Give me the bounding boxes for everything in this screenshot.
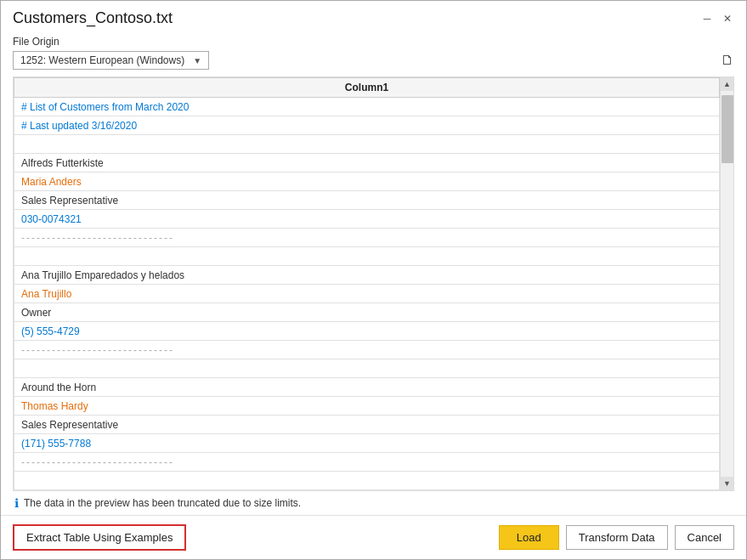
vertical-scrollbar[interactable]: ▲ ▼	[720, 77, 733, 490]
table-row: Alfreds Futterkiste	[14, 154, 720, 173]
table-cell	[14, 359, 720, 378]
table-cell: Sales Representative	[14, 191, 720, 210]
table-cell: Sales Representative	[14, 416, 720, 434]
table-row: 030-0074321	[14, 210, 720, 229]
scroll-down-button[interactable]: ▼	[721, 477, 734, 490]
table-cell: 030-0074321	[14, 210, 720, 229]
table-row: (171) 555-7788	[14, 434, 720, 453]
table-row: Maria Anders	[14, 173, 720, 191]
info-icon: ℹ	[14, 496, 19, 510]
dialog-window: Customers_Contoso.txt ─ ✕ File Origin 12…	[0, 0, 747, 560]
title-bar: Customers_Contoso.txt ─ ✕	[1, 1, 746, 32]
table-cell: Alfreds Futterkiste	[14, 154, 720, 173]
table-row: ------------------------------	[14, 341, 720, 359]
table-row: Sales Representative	[14, 416, 720, 434]
info-text: The data in the preview has been truncat…	[24, 497, 301, 509]
file-icon: 🗋	[721, 53, 734, 68]
table-row: # Last updated 3/16/2020	[14, 116, 720, 135]
table-row	[14, 247, 720, 266]
info-bar: ℹ The data in the preview has been trunc…	[13, 491, 734, 515]
table-cell: ------------------------------	[14, 453, 720, 472]
table-cell: (5) 555-4729	[14, 322, 720, 341]
close-button[interactable]: ✕	[721, 12, 734, 25]
transform-data-button[interactable]: Transform Data	[566, 525, 668, 550]
table-row: Sales Representative	[14, 191, 720, 210]
scroll-thumb[interactable]	[722, 95, 733, 163]
table-cell	[14, 135, 720, 154]
file-origin-row: 1252: Western European (Windows) ▼ 🗋	[13, 51, 734, 70]
table-row: Thomas Hardy	[14, 397, 720, 416]
table-row: Blauer See Delikatessen	[14, 490, 720, 491]
data-table: Column1 # List of Customers from March 2…	[14, 77, 720, 490]
scroll-track	[721, 91, 733, 477]
footer: Extract Table Using Examples Load Transf…	[1, 515, 746, 559]
table-cell: Ana Trujillo Emparedados y helados	[14, 266, 720, 285]
window-controls: ─ ✕	[700, 12, 734, 25]
extract-table-button[interactable]: Extract Table Using Examples	[13, 524, 186, 551]
cancel-button[interactable]: Cancel	[675, 525, 734, 550]
table-row: ------------------------------	[14, 453, 720, 472]
table-cell	[14, 472, 720, 490]
load-button[interactable]: Load	[499, 525, 559, 550]
table-row: Ana Trujillo	[14, 285, 720, 303]
file-origin-select[interactable]: 1252: Western European (Windows) ▼	[13, 51, 209, 70]
file-origin-label: File Origin	[13, 36, 734, 48]
table-row: (5) 555-4729	[14, 322, 720, 341]
table-cell: Maria Anders	[14, 173, 720, 191]
table-row: ------------------------------	[14, 229, 720, 247]
file-origin-value: 1252: Western European (Windows)	[20, 54, 184, 66]
footer-right: Load Transform Data Cancel	[499, 525, 734, 550]
table-wrapper[interactable]: Column1 # List of Customers from March 2…	[14, 77, 720, 490]
dropdown-arrow-icon: ▼	[193, 56, 201, 65]
table-row: Around the Horn	[14, 378, 720, 397]
content-area: File Origin 1252: Western European (Wind…	[1, 32, 746, 515]
scroll-up-button[interactable]: ▲	[721, 77, 734, 91]
table-cell: Thomas Hardy	[14, 397, 720, 416]
table-row	[14, 359, 720, 378]
table-cell: Owner	[14, 303, 720, 322]
table-cell: Around the Horn	[14, 378, 720, 397]
table-cell: ------------------------------	[14, 341, 720, 359]
table-row	[14, 135, 720, 154]
footer-left: Extract Table Using Examples	[13, 524, 186, 551]
minimize-button[interactable]: ─	[700, 12, 714, 25]
table-row: # List of Customers from March 2020	[14, 98, 720, 116]
table-row: Ana Trujillo Emparedados y helados	[14, 266, 720, 285]
column-header: Column1	[14, 78, 720, 98]
table-cell: # Last updated 3/16/2020	[14, 116, 720, 135]
table-cell: ------------------------------	[14, 229, 720, 247]
table-cell	[14, 247, 720, 266]
table-cell: Ana Trujillo	[14, 285, 720, 303]
table-cell: Blauer See Delikatessen	[14, 490, 720, 491]
table-row	[14, 472, 720, 490]
preview-container: Column1 # List of Customers from March 2…	[13, 76, 734, 491]
window-title: Customers_Contoso.txt	[13, 9, 173, 27]
table-cell: # List of Customers from March 2020	[14, 98, 720, 116]
table-cell: (171) 555-7788	[14, 434, 720, 453]
table-row: Owner	[14, 303, 720, 322]
